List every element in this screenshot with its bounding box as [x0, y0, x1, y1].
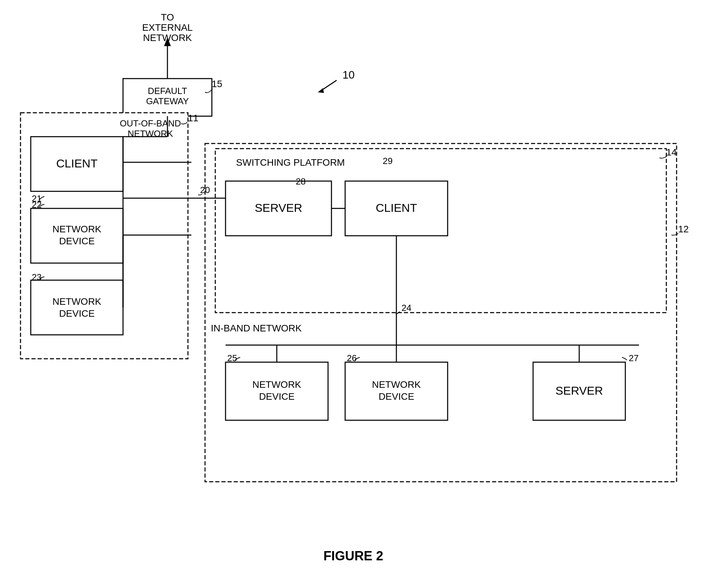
svg-text:EXTERNAL: EXTERNAL: [142, 22, 193, 33]
svg-text:DEVICE: DEVICE: [379, 391, 414, 402]
ref-29: 29: [383, 156, 393, 166]
server-27-label: SERVER: [555, 384, 603, 397]
client-right-label: CLIENT: [376, 201, 417, 214]
ref-22: 22: [32, 200, 42, 210]
ref-25: 25: [227, 353, 237, 363]
ref-12: 12: [678, 224, 689, 234]
to-external-label: TO: [161, 12, 174, 23]
figure-label: FIGURE 2: [323, 549, 383, 563]
network-device-23-box: [31, 280, 123, 335]
ref-10: 10: [342, 69, 355, 81]
ref-24: 24: [402, 303, 411, 313]
ref-11: 11: [188, 113, 198, 123]
network-device-22-label-1: NETWORK: [52, 224, 101, 234]
switching-platform-label: SWITCHING PLATFORM: [236, 157, 345, 168]
ref-26: 26: [347, 353, 357, 363]
ref-14: 14: [666, 147, 677, 158]
default-gateway-label: DEFAULT: [148, 86, 187, 96]
diagram-svg: TO EXTERNAL NETWORK DEFAULT GATEWAY 15 1…: [0, 0, 707, 588]
network-device-26-label-1: NETWORK: [372, 379, 421, 390]
svg-text:GATEWAY: GATEWAY: [146, 96, 189, 106]
svg-text:DEVICE: DEVICE: [259, 391, 295, 402]
ref-27: 27: [629, 353, 639, 363]
out-of-band-label: OUT-OF-BAND: [120, 118, 181, 128]
in-band-label: IN-BAND NETWORK: [211, 323, 302, 333]
network-device-23-label-1: NETWORK: [52, 296, 101, 307]
ref-20: 20: [200, 185, 210, 195]
svg-text:DEVICE: DEVICE: [59, 236, 95, 246]
ref-15: 15: [212, 79, 222, 89]
ref-28: 28: [296, 176, 306, 187]
svg-text:DEVICE: DEVICE: [59, 308, 95, 319]
server-28-label: SERVER: [255, 201, 302, 214]
network-device-25-label-1: NETWORK: [252, 379, 301, 390]
diagram-container: TO EXTERNAL NETWORK DEFAULT GATEWAY 15 1…: [0, 0, 707, 588]
client-left-label: CLIENT: [56, 157, 98, 170]
svg-text:NETWORK: NETWORK: [143, 32, 192, 43]
ref-23: 23: [32, 272, 42, 282]
